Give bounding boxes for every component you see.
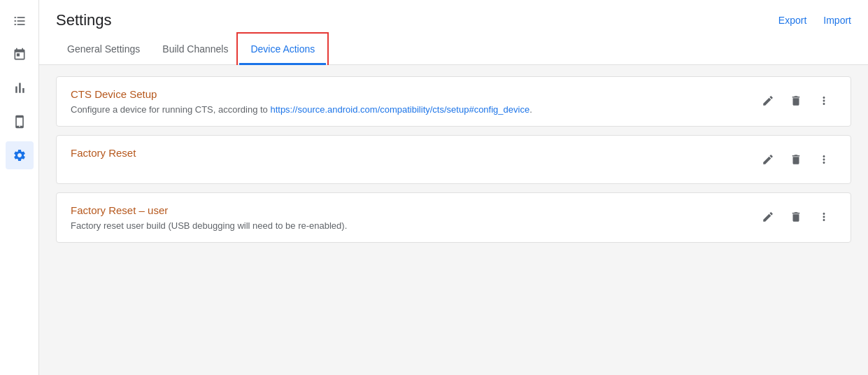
- tab-build-channels[interactable]: Build Channels: [151, 35, 239, 65]
- header: Settings Export Import: [39, 0, 868, 29]
- svg-rect-2: [14, 20, 16, 22]
- card-desc-text: Configure a device for running CTS, acco…: [71, 104, 270, 115]
- svg-rect-3: [17, 20, 24, 22]
- card-desc-fru: Factory reset user build (USB debugging …: [71, 220, 744, 231]
- sidebar-item-device[interactable]: [6, 108, 34, 136]
- card-desc-link[interactable]: https://source.android.com/compatibility…: [270, 104, 529, 115]
- card-desc-suffix: .: [529, 104, 532, 115]
- card-actions-fr: [744, 147, 837, 172]
- delete-button-fru[interactable]: [783, 204, 809, 229]
- edit-button-fru[interactable]: [755, 204, 781, 229]
- card-content: CTS Device Setup Configure a device for …: [71, 88, 744, 115]
- edit-button-fr[interactable]: [755, 147, 781, 172]
- svg-rect-4: [14, 24, 16, 25]
- import-button[interactable]: Import: [823, 15, 851, 26]
- sidebar: [0, 0, 39, 375]
- tab-device-actions[interactable]: Device Actions: [239, 35, 326, 65]
- tab-general-settings[interactable]: General Settings: [56, 35, 151, 65]
- action-card-factory-reset-user: Factory Reset – user Factory reset user …: [56, 192, 851, 243]
- card-content-fru: Factory Reset – user Factory reset user …: [71, 204, 744, 231]
- card-desc-cts: Configure a device for running CTS, acco…: [71, 104, 744, 115]
- export-button[interactable]: Export: [778, 15, 806, 26]
- card-actions-cts: [744, 88, 837, 113]
- page-title: Settings: [56, 11, 112, 29]
- card-title-cts: CTS Device Setup: [71, 88, 744, 100]
- more-button-cts[interactable]: [811, 88, 837, 113]
- action-card-factory-reset: Factory Reset: [56, 135, 851, 184]
- header-actions: Export Import: [778, 15, 851, 26]
- delete-button-cts[interactable]: [783, 88, 809, 113]
- more-button-fru[interactable]: [811, 204, 837, 229]
- svg-rect-5: [17, 24, 24, 25]
- content-area: CTS Device Setup Configure a device for …: [39, 65, 868, 375]
- card-content-fr: Factory Reset: [71, 147, 744, 163]
- action-card-cts-device-setup: CTS Device Setup Configure a device for …: [56, 76, 851, 127]
- svg-rect-0: [14, 17, 16, 18]
- sidebar-item-settings[interactable]: [6, 141, 34, 169]
- main-content: Settings Export Import General Settings …: [39, 0, 868, 375]
- more-button-fr[interactable]: [811, 147, 837, 172]
- sidebar-item-list[interactable]: [6, 7, 34, 35]
- tabs-bar: General Settings Build Channels Device A…: [39, 35, 868, 65]
- card-title-fr: Factory Reset: [71, 147, 744, 159]
- sidebar-item-calendar[interactable]: [6, 41, 34, 69]
- sidebar-item-chart[interactable]: [6, 74, 34, 102]
- delete-button-fr[interactable]: [783, 147, 809, 172]
- card-actions-fru: [744, 204, 837, 229]
- card-title-fru: Factory Reset – user: [71, 204, 744, 216]
- svg-rect-1: [17, 17, 24, 18]
- edit-button-cts[interactable]: [755, 88, 781, 113]
